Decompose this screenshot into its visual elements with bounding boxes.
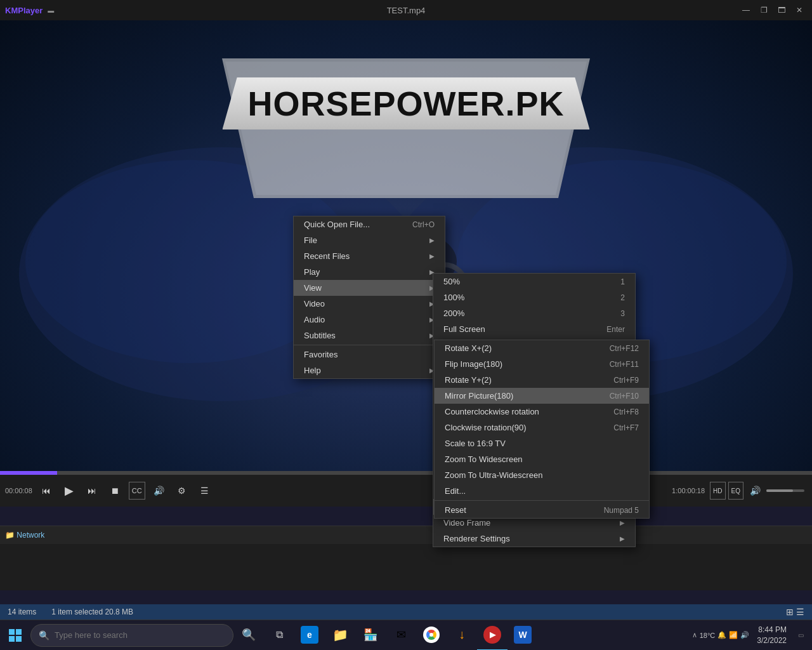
- audio-track-button[interactable]: 🔊: [150, 482, 168, 500]
- volume-icon[interactable]: 🔊: [740, 631, 749, 639]
- system-tray: ∧ 18°C 🔔 📶 🔊: [692, 631, 750, 639]
- windows-logo: [9, 629, 22, 642]
- view-100[interactable]: 100% 2: [433, 289, 635, 305]
- play-button[interactable]: ▶: [60, 482, 78, 500]
- hd-button[interactable]: HD: [710, 482, 725, 500]
- rotate-ccw[interactable]: Counterclockwise rotation Ctrl+F8: [435, 404, 649, 420]
- explorer-area: 📁 Network: [0, 526, 812, 590]
- taskbar-search-button[interactable]: 🔍: [233, 620, 264, 651]
- main-context-menu: Quick Open File... Ctrl+O File ▶ Recent …: [293, 216, 445, 379]
- taskbar-store-button[interactable]: 🏪: [355, 620, 386, 651]
- taskbar-chrome-button[interactable]: [416, 620, 447, 651]
- title-bar-left: KMPlayer ▬: [5, 6, 54, 15]
- view-list-button[interactable]: ☰: [796, 607, 804, 617]
- minimize-button[interactable]: —: [738, 3, 754, 18]
- title-bar-controls: — ❐ 🗖 ✕: [738, 3, 807, 18]
- taskbar-download-button[interactable]: ↓: [447, 620, 477, 651]
- volume-button[interactable]: 🔊: [746, 482, 764, 500]
- taskbar-explorer-button[interactable]: 📁: [325, 620, 355, 651]
- rotate-sep: [435, 500, 649, 501]
- search-input[interactable]: [55, 630, 225, 640]
- taskbar-taskview-button[interactable]: ⧉: [264, 620, 294, 651]
- rotate-flip-180[interactable]: Flip Image(180) Ctrl+F11: [435, 356, 649, 372]
- taskbar-right: ∧ 18°C 🔔 📶 🔊 8:44 PM 3/2/2022 ▭: [692, 620, 812, 651]
- rotate-submenu: Rotate X+(2) Ctrl+F12 Flip Image(180) Ct…: [434, 340, 650, 519]
- rotate-reset[interactable]: Reset Numpad 5: [435, 502, 649, 518]
- menu-recent-files[interactable]: Recent Files ▶: [294, 248, 445, 264]
- rotate-edit[interactable]: Edit...: [435, 483, 649, 499]
- taskbar-edge-button[interactable]: e: [294, 620, 325, 651]
- time-total: 1:00:00:18: [672, 487, 705, 494]
- prev-button[interactable]: ⏮: [37, 482, 55, 500]
- search-icon: 🔍: [39, 630, 49, 640]
- rotate-x-plus[interactable]: Rotate X+(2) Ctrl+F12: [435, 340, 649, 356]
- taskbar: 🔍 🔍 ⧉ e 📁 🏪 ✉ ↓ ▶ W ∧ 18°C 🔔 📶 🔊 8:44 PM…: [0, 620, 812, 650]
- file-status-bar: 14 items 1 item selected 20.8 MB ⊞ ☰: [0, 604, 812, 620]
- minimize-icon[interactable]: ▬: [48, 7, 54, 14]
- rotate-cw-90[interactable]: Clockwise rotation(90) Ctrl+F7: [435, 420, 649, 435]
- view-50[interactable]: 50% 1: [433, 274, 635, 289]
- controls-row: 00:00:08 ⏮ ▶ ⏭ ⏹ CC 🔊 ⚙ ☰ 1:00:00:18 HD …: [0, 475, 812, 507]
- items-count: 14 items: [8, 607, 36, 616]
- maximize-button[interactable]: 🗖: [774, 3, 789, 18]
- notification-area[interactable]: ▭: [794, 620, 807, 651]
- menu-view[interactable]: View ▶: [294, 280, 445, 296]
- view-grid-button[interactable]: ⊞: [786, 607, 794, 617]
- time-current: 00:00:08: [5, 487, 32, 494]
- progress-bar[interactable]: [0, 471, 812, 475]
- progress-fill: [0, 471, 57, 475]
- taskbar-mail-button[interactable]: ✉: [386, 620, 416, 651]
- stop-button[interactable]: ⏹: [106, 482, 124, 500]
- playlist-button[interactable]: ☰: [196, 482, 214, 500]
- app-logo: KMPlayer: [5, 6, 43, 15]
- view-200[interactable]: 200% 3: [433, 305, 635, 321]
- subtitle-button[interactable]: CC: [129, 482, 145, 500]
- rotate-zoom-ultra-widescreen[interactable]: Zoom To Ultra-Widescreen: [435, 467, 649, 483]
- player-controls-bar: 00:00:08 ⏮ ▶ ⏭ ⏹ CC 🔊 ⚙ ☰ 1:00:00:18 HD …: [0, 471, 812, 507]
- video-settings-button[interactable]: ⚙: [173, 482, 191, 500]
- selected-info: 1 item selected 20.8 MB: [51, 607, 133, 616]
- volume-slider[interactable]: [766, 489, 804, 492]
- restore-button[interactable]: ❐: [756, 3, 771, 18]
- start-button[interactable]: [0, 620, 30, 651]
- clock-time: 8:44 PM: [757, 625, 787, 635]
- system-clock[interactable]: 8:44 PM 3/2/2022: [752, 625, 792, 646]
- right-controls: HD EQ 🔊: [710, 482, 804, 500]
- search-box[interactable]: 🔍: [30, 624, 233, 647]
- eq-button[interactable]: EQ: [728, 482, 743, 500]
- rotate-mirror-180[interactable]: Mirror Picture(180) Ctrl+F10: [435, 388, 649, 404]
- menu-play[interactable]: Play ▶: [294, 264, 445, 280]
- clock-date: 3/2/2022: [757, 635, 787, 646]
- menu-quick-open[interactable]: Quick Open File... Ctrl+O: [294, 216, 445, 232]
- explorer-header: 📁 Network: [0, 526, 812, 544]
- volume-fill: [766, 489, 793, 492]
- menu-file[interactable]: File ▶: [294, 232, 445, 248]
- taskbar-word-button[interactable]: W: [508, 620, 538, 651]
- title-bar: KMPlayer ▬ TEST.mp4 — ❐ 🗖 ✕: [0, 0, 812, 20]
- rotate-scale-169[interactable]: Scale to 16:9 TV: [435, 435, 649, 451]
- menu-favorites[interactable]: Favorites: [294, 347, 445, 362]
- menu-audio[interactable]: Audio ▶: [294, 312, 445, 328]
- temp-indicator: 18°C: [700, 632, 716, 639]
- next-button[interactable]: ⏭: [83, 482, 101, 500]
- view-renderer-settings[interactable]: Renderer Settings ▶: [433, 531, 635, 547]
- menu-subtitles[interactable]: Subtitles ▶: [294, 328, 445, 343]
- network-label: 📁 Network: [5, 531, 44, 540]
- video-title-text: HORSEPOWER.PK: [222, 77, 589, 129]
- notification-icon[interactable]: 🔔: [717, 631, 726, 639]
- chevron-icon[interactable]: ∧: [692, 631, 697, 639]
- taskbar-kmplayer-button[interactable]: ▶: [477, 620, 508, 651]
- close-button[interactable]: ✕: [792, 3, 807, 18]
- rotate-y-plus[interactable]: Rotate Y+(2) Ctrl+F9: [435, 372, 649, 388]
- menu-video[interactable]: Video ▶: [294, 296, 445, 312]
- title-bar-center: TEST.mp4: [387, 6, 426, 15]
- menu-help[interactable]: Help ▶: [294, 362, 445, 378]
- menu-separator-1: [294, 345, 445, 345]
- view-fullscreen[interactable]: Full Screen Enter: [433, 321, 635, 337]
- explorer-content: [0, 544, 812, 549]
- wifi-icon[interactable]: 📶: [729, 631, 738, 639]
- rotate-zoom-widescreen[interactable]: Zoom To Widescreen: [435, 451, 649, 467]
